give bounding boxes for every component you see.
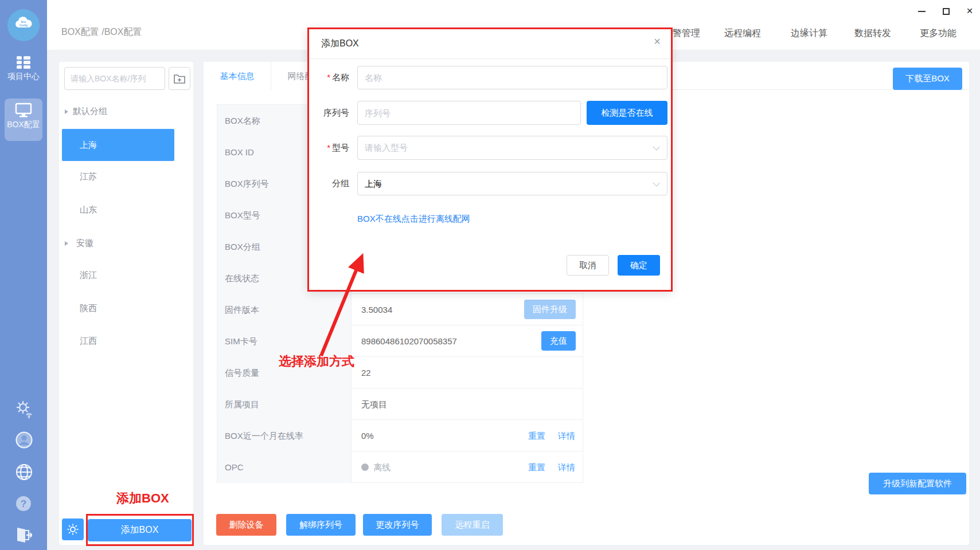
reset-link[interactable]: 重置 — [528, 420, 545, 451]
download-to-box-button[interactable]: 下载至BOX — [893, 68, 962, 90]
detail-link[interactable]: 详情 — [558, 420, 575, 451]
name-field-label: *名称 — [309, 72, 349, 83]
minimize-icon — [918, 11, 926, 12]
check-online-button[interactable]: 检测是否在线 — [587, 101, 667, 125]
tab-basic-info[interactable]: 基本信息 — [204, 62, 271, 91]
minimize-button[interactable] — [914, 3, 929, 18]
table-row-online-rate: BOX近一个月在线率 0% 重置 详情 — [217, 420, 583, 451]
add-box-button[interactable]: 添加BOX — [88, 519, 192, 541]
table-row-firmware: 固件版本 3.50034 固件升级 — [217, 294, 583, 325]
chevron-down-icon — [653, 143, 659, 150]
tree-item-shandong[interactable]: 山东 — [59, 194, 193, 226]
offline-status-dot — [361, 463, 369, 471]
grid-list-icon — [15, 55, 32, 70]
app-window: BOX配置 /BOX配置 报警管理 远程编程 边缘计算 数据转发 更多功能 × … — [0, 0, 980, 550]
tree-item-jiangsu[interactable]: 江苏 — [59, 160, 193, 192]
sidebar-item-box-config[interactable]: BOX配置 — [0, 102, 47, 130]
modal-title: 添加BOX — [321, 38, 359, 50]
close-button[interactable]: × — [962, 3, 977, 18]
group-field-label: 分组 — [309, 178, 349, 189]
confirm-button[interactable]: 确定 — [618, 255, 660, 276]
table-row-opc: OPC 离线 重置 详情 — [217, 451, 583, 483]
delete-device-button[interactable]: 删除设备 — [216, 514, 276, 536]
tree-item-shanghai[interactable]: 上海 — [62, 129, 174, 161]
app-logo: Box Config — [7, 9, 40, 41]
tree-item-shaanxi[interactable]: 陕西 — [59, 292, 193, 324]
table-row-project: 所属项目 无项目 — [217, 388, 583, 420]
exit-icon[interactable] — [15, 526, 32, 547]
nav-item-remote-programming[interactable]: 远程编程 — [724, 28, 761, 40]
svg-text:Box: Box — [21, 21, 26, 23]
maximize-button[interactable] — [939, 3, 954, 18]
chevron-right-icon — [65, 241, 68, 246]
detail-link[interactable]: 详情 — [558, 451, 575, 483]
tree-settings-button[interactable] — [62, 518, 84, 540]
modal-close-icon[interactable]: × — [654, 35, 661, 48]
annotation-choose-method: 选择添加方式 — [279, 353, 354, 370]
help-icon[interactable]: ? — [15, 495, 32, 514]
tree-item-jiangxi[interactable]: 江西 — [59, 325, 193, 357]
breadcrumb: BOX配置 /BOX配置 — [61, 26, 142, 38]
folder-plus-icon — [173, 73, 186, 84]
maximize-icon — [943, 8, 950, 15]
name-input[interactable] — [357, 66, 667, 89]
monitor-icon — [14, 102, 33, 118]
remote-restart-button[interactable]: 远程重启 — [442, 514, 503, 536]
unbind-serial-button[interactable]: 解绑序列号 — [286, 514, 356, 536]
tree-item-anhui[interactable]: 安徽 — [59, 227, 193, 259]
reset-link[interactable]: 重置 — [528, 451, 545, 483]
nav-item-more-functions[interactable]: 更多功能 — [920, 28, 956, 40]
chevron-down-icon — [653, 179, 659, 186]
search-input[interactable] — [64, 67, 165, 90]
change-serial-button[interactable]: 更改序列号 — [363, 514, 432, 536]
tree-item-zhejiang[interactable]: 浙江 — [59, 259, 193, 291]
gear-icon — [67, 523, 79, 536]
model-field-label: *型号 — [309, 143, 349, 154]
sidebar: Box Config 项目中心 BOX配置 — [0, 0, 47, 550]
serial-field-label: 序列号 — [309, 108, 349, 119]
modal-divider — [309, 58, 671, 59]
recharge-button[interactable]: 充值 — [541, 331, 576, 351]
globe-icon[interactable] — [15, 463, 33, 484]
offline-config-link[interactable]: BOX不在线点击进行离线配网 — [357, 214, 470, 225]
nav-item-data-forwarding[interactable]: 数据转发 — [854, 28, 891, 40]
group-select[interactable]: 上海 — [357, 172, 667, 195]
table-row-sim: SIM卡号 89860486102070058357 充值 — [217, 325, 583, 357]
model-select[interactable]: 请输入型号 — [357, 136, 667, 160]
upgrade-software-button[interactable]: 升级到新配置软件 — [869, 473, 966, 494]
settings-network-icon[interactable] — [15, 400, 33, 421]
svg-text:?: ? — [21, 498, 26, 509]
sidebar-item-label: 项目中心 — [0, 72, 47, 82]
cancel-button[interactable]: 取消 — [567, 255, 609, 276]
chevron-right-icon — [65, 109, 68, 114]
annotation-add-box: 添加BOX — [116, 490, 169, 507]
add-box-modal: 添加BOX × *名称 序列号 检测是否在线 *型号 请输入型号 分组 上海 B… — [307, 28, 673, 292]
svg-text:Config: Config — [19, 24, 28, 27]
sidebar-item-label: BOX配置 — [0, 120, 47, 130]
serial-input[interactable] — [357, 101, 581, 125]
tree-item-default-group[interactable]: 默认分组 — [59, 95, 193, 127]
opc-status-text: 离线 — [373, 462, 391, 472]
nav-item-edge-computing[interactable]: 边缘计算 — [791, 28, 827, 40]
sidebar-item-project-center[interactable]: 项目中心 — [0, 55, 47, 82]
table-row-signal: 信号质量 22 — [217, 357, 583, 388]
user-icon[interactable] — [15, 431, 33, 451]
cloud-logo-icon: Box Config — [14, 16, 33, 30]
firmware-upgrade-button[interactable]: 固件升级 — [524, 300, 576, 319]
add-group-button[interactable] — [169, 67, 190, 90]
box-tree-panel: 默认分组 上海 江苏 山东 安徽 浙江 陕西 江西 — [59, 62, 193, 545]
